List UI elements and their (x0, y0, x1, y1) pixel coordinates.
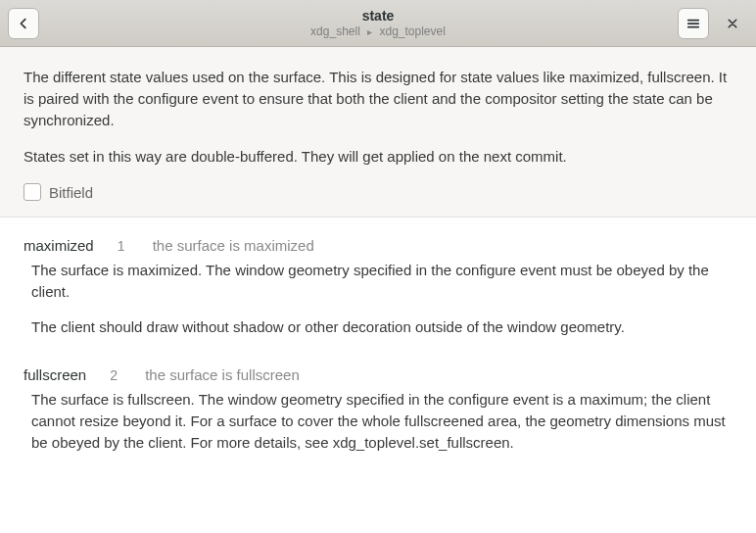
close-icon (727, 18, 738, 29)
enum-body-paragraph: The surface is fullscreen. The window ge… (31, 389, 732, 453)
menu-button[interactable] (678, 8, 709, 39)
description-paragraph: The different state values used on the s… (24, 67, 732, 130)
breadcrumb-child: xdg_toplevel (380, 24, 446, 38)
description-paragraph: States set in this way are double-buffer… (24, 146, 732, 168)
enum-summary: the surface is fullscreen (145, 366, 300, 383)
enum-entry-header: maximized 1 the surface is maximized (24, 237, 732, 254)
enum-name: fullscreen (24, 366, 86, 383)
bitfield-row: Bitfield (24, 183, 732, 201)
bitfield-label: Bitfield (49, 184, 93, 201)
chevron-left-icon (17, 17, 30, 30)
enum-name: maximized (24, 237, 94, 254)
hamburger-icon (686, 17, 700, 30)
headerbar: state xdg_shell ▸ xdg_toplevel (0, 0, 756, 47)
enum-body-paragraph: The client should draw without shadow or… (31, 316, 732, 338)
bitfield-checkbox[interactable] (24, 183, 41, 201)
description-section: The different state values used on the s… (0, 47, 756, 218)
enum-entry-header: fullscreen 2 the surface is fullscreen (24, 366, 732, 383)
enum-body-paragraph: The surface is maximized. The window geo… (31, 260, 732, 303)
enum-body: The surface is fullscreen. The window ge… (24, 389, 732, 453)
enum-body: The surface is maximized. The window geo… (24, 260, 732, 337)
close-button[interactable] (717, 8, 748, 39)
enum-summary: the surface is maximized (153, 237, 314, 254)
enum-value: 2 (110, 367, 121, 383)
enum-entry: maximized 1 the surface is maximized The… (24, 237, 732, 337)
breadcrumb-parent: xdg_shell (310, 24, 360, 38)
back-button[interactable] (8, 8, 39, 39)
page-title: state (0, 8, 756, 24)
entries-list: maximized 1 the surface is maximized The… (0, 218, 756, 533)
breadcrumb: xdg_shell ▸ xdg_toplevel (0, 24, 756, 38)
chevron-right-icon: ▸ (367, 26, 372, 37)
enum-value: 1 (118, 238, 129, 254)
enum-entry: fullscreen 2 the surface is fullscreen T… (24, 366, 732, 453)
header-right (678, 8, 748, 39)
header-title-block: state xdg_shell ▸ xdg_toplevel (0, 8, 756, 38)
